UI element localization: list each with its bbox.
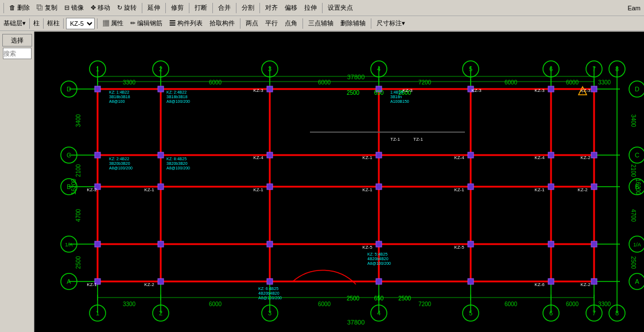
svg-rect-112: [591, 279, 597, 284]
svg-text:4B20b4B20: 4B20b4B20: [367, 257, 389, 261]
sep11: [97, 18, 98, 29]
svg-rect-87: [267, 152, 273, 158]
delete-aux-button[interactable]: 删除辅轴: [337, 17, 368, 30]
svg-text:2500: 2500: [75, 256, 82, 269]
svg-text:A: A: [635, 278, 639, 285]
svg-text:6000: 6000: [566, 79, 579, 86]
setpoint-button[interactable]: 设置夹点: [325, 2, 356, 14]
code-select[interactable]: KZ-5: [66, 18, 95, 29]
svg-text:2500: 2500: [398, 295, 412, 302]
svg-rect-88: [376, 152, 382, 158]
trim-button[interactable]: 修剪: [168, 2, 187, 14]
svg-text:2500: 2500: [630, 256, 637, 269]
svg-rect-93: [158, 184, 164, 190]
stretch-button[interactable]: 拉伸: [301, 2, 320, 14]
svg-text:3300: 3300: [598, 79, 611, 86]
break-button[interactable]: 打断: [192, 2, 210, 14]
svg-rect-103: [468, 241, 474, 247]
svg-text:TZ-1: TZ-1: [413, 137, 423, 142]
property-button[interactable]: ▦ 属性: [100, 17, 126, 30]
svg-rect-101: [267, 241, 273, 247]
svg-text:2100: 2100: [75, 164, 82, 177]
svg-text:7: 7: [592, 310, 596, 316]
svg-text:KZ-1: KZ-1: [87, 282, 97, 287]
subtype-label: 框柱: [46, 19, 61, 28]
svg-text:KZ-1: KZ-1: [534, 187, 545, 192]
svg-text:6000: 6000: [566, 301, 579, 307]
svg-rect-109: [376, 279, 382, 284]
split-button[interactable]: 分割: [239, 2, 257, 14]
svg-text:6000: 6000: [318, 79, 331, 86]
svg-text:8: 8: [615, 310, 619, 316]
svg-text:KZ-3: KZ-3: [471, 88, 482, 93]
pick-component-button[interactable]: 拾取构件: [207, 17, 238, 30]
three-point-aux-button[interactable]: 三点辅轴: [305, 17, 336, 30]
point-angle-button[interactable]: 点角: [282, 17, 300, 30]
svg-text:8: 8: [615, 65, 619, 72]
mirror-button[interactable]: ⊟ 镜像: [61, 2, 87, 14]
search-input[interactable]: [3, 48, 32, 59]
svg-text:3: 3: [268, 65, 271, 72]
svg-text:KZ-5: KZ-5: [454, 245, 464, 250]
svg-text:6000: 6000: [505, 301, 518, 307]
delete-button[interactable]: 🗑 删除: [6, 2, 33, 14]
toolbar-row1: 🗑 删除 ⿻ 复制 ⊟ 镜像 ✥ 移动 ↻ 旋转 延伸 修剪 打断 合并 分割 …: [0, 0, 644, 16]
align-button[interactable]: 对齐: [262, 2, 281, 14]
svg-rect-100: [158, 241, 164, 247]
parallel-button[interactable]: 平行: [262, 17, 281, 30]
svg-text:16200: 16200: [71, 179, 77, 195]
svg-text:6000: 6000: [209, 79, 222, 86]
sep10: [63, 18, 64, 29]
offset-button[interactable]: 偏移: [282, 2, 300, 14]
svg-rect-85: [95, 152, 100, 158]
svg-text:KZ-6: KZ-6: [534, 282, 545, 287]
svg-text:KZ-5: KZ-5: [362, 245, 373, 250]
merge-button[interactable]: 合并: [215, 2, 234, 14]
extend-button[interactable]: 延伸: [145, 2, 163, 14]
sep2: [165, 3, 166, 13]
sep14: [371, 18, 371, 29]
svg-rect-97: [548, 184, 554, 190]
svg-text:7200: 7200: [418, 301, 432, 307]
two-point-button[interactable]: 两点: [243, 17, 261, 30]
layer-label: 基础层▾: [2, 19, 27, 28]
cad-drawing: 1 2 3 4 5 6 7 8 1 2 3 4 5 6 7 8 D C: [34, 32, 644, 332]
svg-text:A: A: [67, 278, 71, 285]
svg-text:2: 2: [159, 310, 162, 316]
sep1: [142, 3, 142, 13]
sidebar-select-button[interactable]: 选择: [2, 34, 32, 47]
svg-text:6000: 6000: [209, 301, 222, 307]
svg-text:3B20b3B20: 3B20b3B20: [109, 161, 130, 165]
svg-text:7: 7: [592, 65, 596, 72]
svg-text:2500: 2500: [347, 295, 360, 302]
svg-text:KZ-4: KZ-4: [534, 155, 545, 160]
copy-button[interactable]: ⿻ 复制: [34, 2, 60, 14]
svg-text:6000: 6000: [318, 301, 331, 307]
svg-text:KZ-2: KZ-2: [144, 282, 154, 287]
sep5: [236, 3, 236, 13]
sep4: [212, 3, 213, 13]
svg-text:C: C: [635, 152, 639, 159]
component-list-button[interactable]: ☰ 构件列表: [166, 17, 205, 30]
svg-rect-110: [468, 279, 474, 284]
svg-text:TZ-1: TZ-1: [390, 137, 400, 142]
svg-rect-111: [548, 279, 554, 284]
svg-text:3400: 3400: [630, 114, 637, 128]
svg-rect-80: [267, 86, 273, 92]
svg-text:KZ-2: KZ-2: [580, 282, 591, 287]
svg-text:4700: 4700: [75, 209, 82, 222]
svg-text:C: C: [67, 152, 71, 159]
svg-rect-96: [468, 184, 474, 190]
svg-text:KZ: 8:4B25: KZ: 8:4B25: [166, 157, 187, 161]
svg-text:6: 6: [549, 65, 553, 72]
rotate-button[interactable]: ↻ 旋转: [114, 2, 139, 14]
svg-text:4: 4: [377, 310, 381, 316]
svg-text:KZ-3: KZ-3: [253, 88, 263, 93]
svg-text:KZ: 2:4B22: KZ: 2:4B22: [166, 90, 187, 94]
svg-rect-105: [591, 241, 597, 247]
sep9: [43, 18, 44, 29]
move-button[interactable]: ✥ 移动: [88, 2, 113, 14]
edit-rebar-button[interactable]: ✏ 编辑钢筋: [127, 17, 165, 30]
dimension-button[interactable]: 尺寸标注▾: [374, 17, 408, 30]
sep0: [3, 3, 4, 13]
